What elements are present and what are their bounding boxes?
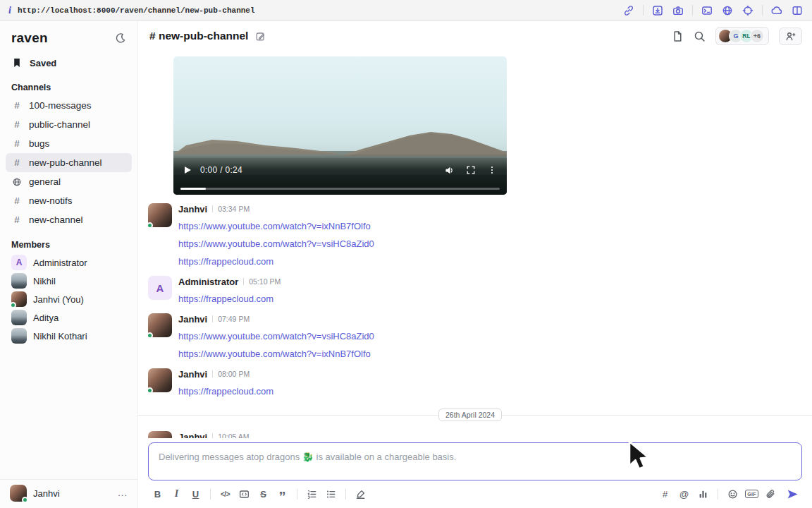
message-input[interactable]: Delivering messages atop dragons 🐉 is av…: [148, 442, 802, 480]
sidebar-item-public-channel[interactable]: #public-channel: [6, 115, 132, 134]
inline-code-glyph: </>: [221, 490, 230, 498]
sidebar-item-bugs[interactable]: #bugs: [6, 134, 132, 153]
composer-toolbar: BIU</>S” #@GIF: [138, 480, 812, 508]
user-menu-button[interactable]: ...: [118, 490, 128, 496]
blockquote-icon[interactable]: ”: [274, 487, 290, 501]
member-avatar: [11, 310, 27, 325]
strikethrough-icon[interactable]: S: [255, 487, 271, 501]
divider: [212, 315, 213, 322]
code-block-icon[interactable]: [236, 487, 252, 501]
send-icon[interactable]: [785, 487, 801, 501]
message-author[interactable]: Janhvi: [178, 369, 207, 380]
message-link[interactable]: https://www.youtube.com/watch?v=vsiHC8aZ…: [178, 331, 374, 341]
sidebar-item-new-notifs[interactable]: #new-notifs: [6, 191, 132, 210]
sidebar-item-general[interactable]: general: [6, 172, 132, 191]
message: Janhvi07:49 PMhttps://www.youtube.com/wa…: [148, 313, 792, 360]
globe-icon[interactable]: [721, 4, 734, 17]
message-input-placeholder: Delivering messages atop dragons 🐉 is av…: [159, 452, 456, 462]
underline-icon[interactable]: U: [187, 487, 204, 501]
message-link[interactable]: https://frappecloud.com: [178, 386, 273, 397]
message-avatar[interactable]: [148, 313, 172, 337]
message-link[interactable]: https://frappecloud.com: [178, 294, 273, 304]
message-link-line: https://www.youtube.com/watch?v=vsiHC8aZ…: [178, 238, 374, 250]
message-author[interactable]: Janhvi: [178, 314, 207, 325]
video-progress-bar[interactable]: [180, 188, 500, 190]
message-link[interactable]: https://www.youtube.com/watch?v=ixNnB7fO…: [178, 221, 371, 231]
play-button[interactable]: [183, 166, 192, 174]
bullet-list-icon[interactable]: [323, 487, 339, 501]
member-item-administrator[interactable]: AAdministrator: [6, 253, 132, 272]
sidebar-user-footer[interactable]: Janhvi ...: [0, 479, 137, 508]
member-name: Nikhil Kothari: [33, 331, 87, 341]
member-item-janhvi-you[interactable]: Janhvi (You): [6, 290, 132, 308]
attachment-icon[interactable]: [763, 487, 779, 501]
divider: [718, 489, 718, 500]
bold-icon[interactable]: B: [149, 487, 166, 501]
dark-mode-toggle[interactable]: [115, 32, 126, 44]
camera-icon[interactable]: [672, 4, 684, 17]
member-name: Administrator: [33, 258, 87, 268]
url-text[interactable]: http://localhost:8000/raven/channel/new-…: [18, 6, 255, 15]
current-user-name: Janhvi: [33, 488, 60, 499]
sidebar-item-new-channel[interactable]: #new-channel: [6, 210, 132, 229]
member-item-nikhil[interactable]: Nikhil: [6, 272, 132, 290]
message-link[interactable]: https://www.youtube.com/watch?v=ixNnB7fO…: [178, 349, 371, 359]
main-panel: # new-pub-channel GRL+6: [138, 21, 812, 508]
message-author[interactable]: Janhvi: [178, 204, 207, 214]
hash-icon: #: [11, 100, 23, 111]
link-icon[interactable]: [622, 4, 635, 17]
message-avatar[interactable]: [148, 368, 172, 392]
highlight-icon[interactable]: [352, 487, 369, 501]
video-player[interactable]: 0:00 / 0:24: [173, 56, 507, 195]
user-mention-icon[interactable]: @: [676, 487, 692, 501]
sidebar-item-saved[interactable]: Saved: [0, 54, 137, 72]
message-link[interactable]: https://frappecloud.com: [178, 256, 273, 267]
terminal-icon[interactable]: [701, 4, 713, 17]
message-avatar[interactable]: [148, 203, 172, 227]
ordered-list-icon[interactable]: [304, 487, 320, 501]
add-member-button[interactable]: [779, 28, 802, 45]
channel-members-pill[interactable]: GRL+6: [715, 27, 769, 45]
message-header: Janhvi03:34 PM: [178, 203, 374, 214]
poll-icon[interactable]: [695, 487, 711, 501]
member-item-aditya[interactable]: Aditya: [6, 308, 132, 327]
volume-icon[interactable]: [444, 165, 455, 176]
file-icon[interactable]: [672, 30, 684, 42]
split-panel-icon[interactable]: [791, 4, 804, 17]
message-link[interactable]: https://www.youtube.com/watch?v=vsiHC8aZ…: [178, 238, 374, 249]
message-author[interactable]: Janhvi: [178, 432, 207, 439]
divider: [643, 5, 644, 16]
message-history: 0:00 / 0:24 Janhvi03:34 PMhttps://www.yo…: [138, 51, 812, 438]
message-link-line: https://www.youtube.com/watch?v=vsiHC8aZ…: [178, 331, 374, 342]
online-dot: [147, 332, 153, 339]
download-box-icon[interactable]: [651, 4, 664, 17]
sidebar-item-100-messages[interactable]: #100-messages: [6, 96, 132, 115]
message-avatar[interactable]: [148, 431, 172, 438]
message-author[interactable]: Administrator: [178, 277, 238, 287]
video-menu-icon[interactable]: [487, 165, 497, 175]
cloud-icon[interactable]: [770, 4, 783, 17]
members-heading: Members: [0, 229, 137, 253]
member-item-nikhil-kothari[interactable]: Nikhil Kothari: [6, 327, 132, 345]
italic-icon[interactable]: I: [168, 487, 185, 501]
info-icon: i: [8, 5, 11, 16]
channel-label: public-channel: [29, 119, 90, 130]
edit-channel-icon[interactable]: [255, 31, 266, 42]
member-name: Aditya: [33, 313, 59, 323]
sidebar-item-new-pub-channel[interactable]: #new-pub-channel: [6, 153, 132, 172]
search-icon[interactable]: [694, 30, 706, 42]
message-body: Janhvi08:00 PMhttps://frappecloud.com: [178, 368, 273, 397]
crosshair-icon[interactable]: [742, 4, 754, 17]
inline-code-icon[interactable]: </>: [217, 487, 233, 501]
bookmark-icon: [11, 57, 23, 68]
channel-mention-icon[interactable]: #: [657, 487, 673, 501]
message-link-line: https://frappecloud.com: [178, 294, 281, 305]
message-timestamp: 10:05 AM: [218, 433, 249, 438]
gif-icon[interactable]: GIF: [744, 487, 760, 501]
gif-label: GIF: [745, 490, 759, 498]
message-avatar[interactable]: A: [148, 276, 172, 300]
divider: [210, 489, 211, 500]
emoji-icon[interactable]: [725, 487, 741, 501]
fullscreen-icon[interactable]: [466, 165, 476, 175]
message-timestamp: 07:49 PM: [218, 315, 250, 323]
